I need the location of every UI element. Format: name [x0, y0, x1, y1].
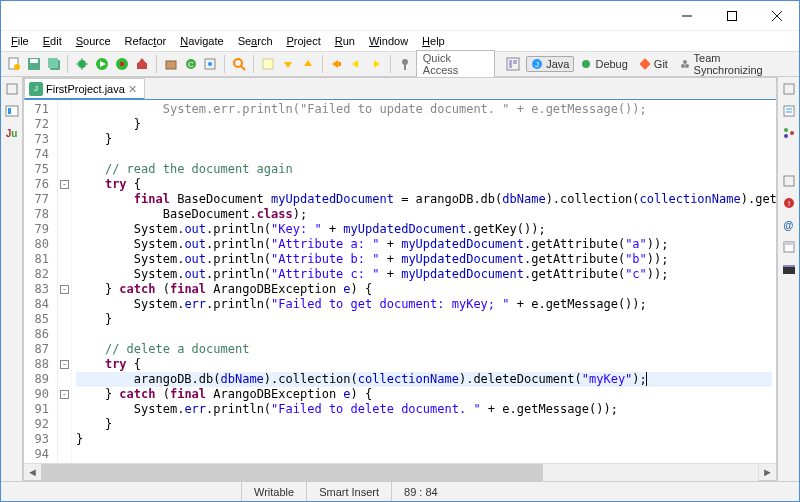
svg-marker-28	[304, 60, 312, 66]
menu-navigate[interactable]: Navigate	[174, 33, 229, 49]
restore-bottom-icon[interactable]	[781, 173, 797, 189]
horizontal-scrollbar[interactable]: ◄ ►	[24, 463, 776, 480]
minimize-button[interactable]	[664, 1, 709, 31]
scroll-track[interactable]	[41, 464, 759, 481]
new-class-icon[interactable]: C	[182, 55, 200, 73]
statusbar: Writable Smart Insert 89 : 84	[1, 481, 799, 501]
editor-tab[interactable]: J FirstProject.java ✕	[24, 78, 145, 100]
menu-help[interactable]: Help	[416, 33, 451, 49]
last-edit-icon[interactable]	[328, 55, 346, 73]
main-toolbar: C Quick Access JJava Debug Git Team Sync…	[1, 51, 799, 77]
debug-icon[interactable]	[73, 55, 91, 73]
work-area: Ju J FirstProject.java ✕ 717273747576777…	[1, 77, 799, 481]
toggle-mark-icon[interactable]	[259, 55, 277, 73]
svg-rect-19	[166, 61, 176, 69]
svg-rect-55	[784, 176, 794, 186]
svg-rect-16	[120, 62, 124, 66]
save-all-icon[interactable]	[45, 55, 63, 73]
status-insert: Smart Insert	[306, 482, 391, 501]
scroll-right-icon[interactable]: ►	[759, 464, 776, 481]
svg-line-25	[241, 66, 245, 70]
eclipse-window: File Edit Source Refactor Navigate Searc…	[0, 0, 800, 502]
svg-point-42	[681, 64, 685, 68]
svg-point-5	[14, 64, 20, 70]
svg-point-40	[582, 60, 590, 68]
svg-rect-36	[509, 60, 512, 68]
back-icon[interactable]	[347, 55, 365, 73]
svg-marker-27	[284, 62, 292, 68]
svg-rect-59	[784, 242, 794, 245]
svg-point-33	[402, 59, 408, 65]
restore-right-icon[interactable]	[781, 81, 797, 97]
svg-rect-1	[727, 11, 736, 20]
status-position: 89 : 84	[391, 482, 450, 501]
svg-rect-9	[48, 58, 58, 68]
code-content[interactable]: System.err.println("Failed to update doc…	[72, 100, 776, 463]
task-list-icon[interactable]	[781, 103, 797, 119]
svg-rect-17	[137, 63, 147, 69]
menu-source[interactable]: Source	[70, 33, 117, 49]
forward-icon[interactable]	[367, 55, 385, 73]
search-icon[interactable]	[230, 55, 248, 73]
perspective-java[interactable]: JJava	[526, 56, 574, 72]
declaration-icon[interactable]	[781, 239, 797, 255]
close-button[interactable]	[754, 1, 799, 31]
svg-rect-61	[783, 265, 795, 267]
code-editor[interactable]: 7172737475767778798081828384858687888990…	[24, 100, 776, 463]
close-tab-icon[interactable]: ✕	[128, 83, 140, 95]
line-gutter: 7172737475767778798081828384858687888990…	[24, 100, 58, 463]
open-type-icon[interactable]	[201, 55, 219, 73]
right-trim: ! @	[777, 77, 799, 481]
console-icon[interactable]	[781, 261, 797, 277]
svg-point-54	[784, 134, 788, 138]
pin-icon[interactable]	[396, 55, 414, 73]
javadoc-icon[interactable]: @	[781, 217, 797, 233]
fold-gutter[interactable]: ----	[58, 100, 72, 463]
editor-area: J FirstProject.java ✕ 717273747576777879…	[23, 77, 777, 481]
perspective-team[interactable]: Team Synchronizing	[674, 50, 795, 78]
menu-window[interactable]: Window	[363, 33, 414, 49]
svg-marker-18	[138, 58, 146, 63]
menu-project[interactable]: Project	[281, 33, 327, 49]
save-icon[interactable]	[25, 55, 43, 73]
svg-marker-31	[352, 60, 358, 68]
maximize-button[interactable]	[709, 1, 754, 31]
svg-text:C: C	[188, 60, 194, 69]
restore-icon[interactable]	[4, 81, 20, 97]
coverage-icon[interactable]	[113, 55, 131, 73]
menubar: File Edit Source Refactor Navigate Searc…	[1, 31, 799, 51]
new-icon[interactable]	[5, 55, 23, 73]
junit-icon[interactable]: Ju	[4, 125, 20, 141]
java-file-icon: J	[29, 82, 43, 96]
problems-icon[interactable]: !	[781, 195, 797, 211]
svg-point-44	[683, 60, 687, 64]
menu-edit[interactable]: Edit	[37, 33, 68, 49]
svg-rect-26	[263, 59, 273, 69]
prev-annotation-icon[interactable]	[299, 55, 317, 73]
svg-rect-7	[30, 59, 38, 63]
perspective-git[interactable]: Git	[634, 56, 673, 72]
ext-tools-icon[interactable]	[133, 55, 151, 73]
run-icon[interactable]	[93, 55, 111, 73]
menu-file[interactable]: File	[5, 33, 35, 49]
quick-access[interactable]: Quick Access	[416, 50, 495, 78]
scroll-left-icon[interactable]: ◄	[24, 464, 41, 481]
menu-run[interactable]: Run	[329, 33, 361, 49]
svg-point-24	[234, 59, 242, 67]
svg-point-53	[790, 131, 794, 135]
svg-rect-45	[7, 84, 17, 94]
svg-point-52	[784, 128, 788, 132]
open-perspective-icon[interactable]	[501, 55, 525, 73]
package-explorer-icon[interactable]	[4, 103, 20, 119]
svg-rect-46	[6, 106, 18, 116]
perspective-debug[interactable]: Debug	[575, 56, 632, 72]
scroll-thumb[interactable]	[41, 464, 543, 481]
status-writable: Writable	[241, 482, 306, 501]
next-annotation-icon[interactable]	[279, 55, 297, 73]
perspective-switcher: JJava Debug Git Team Synchronizing	[501, 50, 795, 78]
new-package-icon[interactable]	[162, 55, 180, 73]
menu-search[interactable]: Search	[232, 33, 279, 49]
outline-icon[interactable]	[781, 125, 797, 141]
svg-rect-48	[784, 84, 794, 94]
menu-refactor[interactable]: Refactor	[119, 33, 173, 49]
